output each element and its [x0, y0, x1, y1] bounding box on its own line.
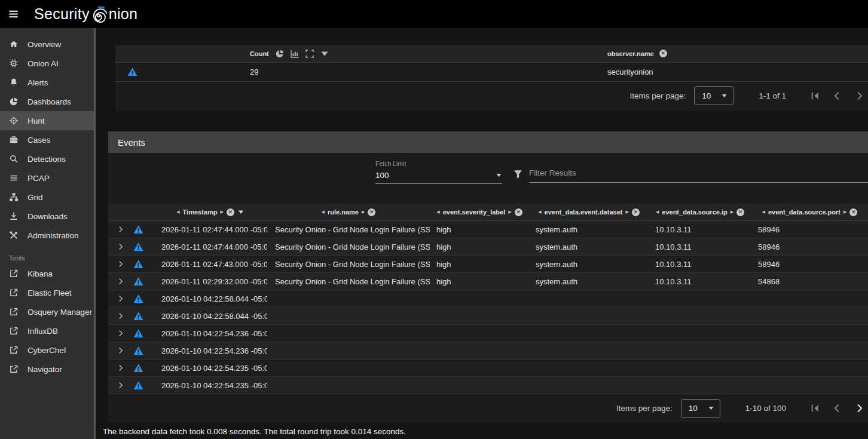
- value-timestamp[interactable]: 2026-01-10 04:22:54.235 -05:00: [161, 364, 267, 373]
- pie-chart-icon[interactable]: [275, 49, 285, 59]
- sidebar-tool-kibana[interactable]: Kibana: [0, 264, 96, 283]
- previous-page-icon[interactable]: [832, 403, 842, 413]
- sidebar-item-alerts[interactable]: Alerts: [0, 73, 96, 92]
- value-timestamp[interactable]: 2026-01-10 04:22:54.235 -05:00: [161, 381, 267, 390]
- observer-name-value[interactable]: securityonion: [607, 67, 653, 76]
- chevron-right-icon[interactable]: [117, 312, 125, 320]
- value-dataset[interactable]: system.auth: [536, 225, 577, 234]
- move-column-left-icon[interactable]: ◀: [322, 210, 325, 214]
- move-column-right-icon[interactable]: ▶: [220, 210, 223, 214]
- remove-column-icon[interactable]: ✕: [736, 208, 744, 216]
- value-timestamp[interactable]: 2026-01-10 04:22:58.044 -05:00: [161, 294, 267, 303]
- menu-icon[interactable]: [8, 8, 19, 20]
- remove-column-icon[interactable]: ✕: [227, 208, 234, 216]
- value-source-port[interactable]: 54868: [758, 277, 780, 286]
- remove-observer-column-icon[interactable]: ✕: [659, 50, 667, 57]
- move-column-right-icon[interactable]: ▶: [731, 210, 733, 214]
- chevron-right-icon[interactable]: [117, 242, 125, 251]
- sidebar-tool-navigator[interactable]: Navigator: [0, 360, 96, 379]
- chevron-right-icon[interactable]: [117, 294, 125, 303]
- first-page-icon[interactable]: [810, 403, 820, 413]
- value-rule-name[interactable]: Security Onion - Grid Node Login Failure…: [275, 242, 430, 251]
- move-column-right-icon[interactable]: ▶: [362, 210, 365, 214]
- value-timestamp[interactable]: 2026-01-10 04:22:54.236 -05:00: [161, 346, 267, 355]
- value-severity[interactable]: high: [436, 277, 451, 286]
- value-source-ip[interactable]: 10.10.3.11: [655, 225, 691, 234]
- value-timestamp[interactable]: 2026-01-11 02:47:44.000 -05:00: [161, 242, 267, 251]
- column-label[interactable]: event_data.source.ip: [662, 208, 727, 216]
- sidebar-item-overview[interactable]: Overview: [0, 35, 96, 54]
- move-column-left-icon[interactable]: ◀: [656, 210, 659, 214]
- sidebar-item-detections[interactable]: Detections: [0, 149, 96, 168]
- value-source-port[interactable]: 58946: [758, 225, 780, 234]
- sidebar-item-cases[interactable]: Cases: [0, 130, 96, 149]
- value-timestamp[interactable]: 2026-01-10 04:22:54.236 -05:00: [161, 329, 267, 338]
- column-label[interactable]: Timestamp: [183, 208, 218, 216]
- remove-column-icon[interactable]: ✕: [632, 208, 640, 216]
- sidebar-tool-cyberchef[interactable]: CyberChef: [0, 340, 96, 360]
- value-rule-name[interactable]: Security Onion - Grid Node Login Failure…: [275, 225, 430, 234]
- sort-desc-icon[interactable]: [237, 208, 244, 216]
- value-timestamp[interactable]: 2026-01-11 02:47:43.000 -05:00: [161, 260, 267, 269]
- app-logo[interactable]: Security nion: [34, 4, 137, 24]
- sidebar-item-grid[interactable]: Grid: [0, 188, 96, 207]
- value-source-ip[interactable]: 10.10.3.11: [655, 242, 691, 251]
- sidebar-item-pcap[interactable]: PCAP: [0, 168, 96, 188]
- value-timestamp[interactable]: 2026-01-11 02:47:44.000 -05:00: [161, 225, 267, 234]
- chevron-right-icon[interactable]: [117, 346, 125, 355]
- value-timestamp[interactable]: 2026-01-10 04:22:58.044 -05:00: [161, 312, 267, 321]
- move-column-right-icon[interactable]: ▶: [508, 210, 511, 214]
- fetch-limit-select[interactable]: Fetch Limit 100: [375, 160, 502, 184]
- sidebar-item-administration[interactable]: Administration: [0, 226, 96, 245]
- sidebar-item-dashboards[interactable]: Dashboards: [0, 92, 96, 111]
- column-label[interactable]: event_data.event.dataset: [545, 208, 623, 216]
- first-page-icon[interactable]: [810, 91, 820, 101]
- chevron-right-icon[interactable]: [117, 329, 125, 337]
- remove-column-icon[interactable]: ✕: [515, 208, 522, 216]
- value-severity[interactable]: high: [436, 260, 451, 269]
- chevron-right-icon[interactable]: [117, 277, 125, 285]
- value-dataset[interactable]: system.auth: [536, 242, 577, 251]
- column-label[interactable]: event_data.source.port: [768, 208, 841, 216]
- value-source-ip[interactable]: 10.10.3.11: [655, 260, 691, 269]
- move-column-left-icon[interactable]: ◀: [762, 210, 765, 214]
- value-rule-name[interactable]: Security Onion - Grid Node Login Failure…: [275, 277, 430, 286]
- page-size-select[interactable]: 10: [681, 399, 720, 418]
- remove-column-icon[interactable]: ✕: [849, 208, 857, 216]
- chevron-right-icon[interactable]: [117, 381, 125, 389]
- value-timestamp[interactable]: 2026-01-11 02:29:32.000 -05:00: [161, 277, 267, 286]
- move-column-left-icon[interactable]: ◀: [436, 210, 439, 214]
- next-page-icon[interactable]: [854, 403, 864, 413]
- value-source-ip[interactable]: 10.10.3.11: [655, 277, 691, 286]
- move-column-right-icon[interactable]: ▶: [843, 210, 846, 214]
- move-column-left-icon[interactable]: ◀: [176, 210, 179, 214]
- chevron-right-icon[interactable]: [117, 260, 125, 268]
- filter-results-input[interactable]: [529, 166, 868, 183]
- value-source-port[interactable]: 58946: [758, 242, 780, 251]
- maximize-icon[interactable]: [305, 49, 314, 59]
- move-column-right-icon[interactable]: ▶: [625, 210, 628, 214]
- sidebar-tool-osquery-manager[interactable]: Osquery Manager: [0, 302, 96, 321]
- value-rule-name[interactable]: Security Onion - Grid Node Login Failure…: [275, 260, 430, 269]
- chevron-right-icon[interactable]: [117, 225, 125, 234]
- column-label[interactable]: event.severity_label: [443, 208, 506, 216]
- sidebar-tool-elastic-fleet[interactable]: Elastic Fleet: [0, 283, 96, 302]
- column-label[interactable]: rule.name: [328, 208, 359, 216]
- sidebar-item-downloads[interactable]: Downloads: [0, 207, 96, 226]
- move-column-left-icon[interactable]: ◀: [538, 210, 541, 214]
- value-source-port[interactable]: 58946: [758, 260, 780, 269]
- bar-chart-icon[interactable]: [290, 49, 299, 59]
- value-dataset[interactable]: system.auth: [536, 260, 577, 269]
- sidebar-item-onion-ai[interactable]: Onion AI: [0, 54, 96, 73]
- caret-down-icon[interactable]: [320, 49, 329, 59]
- value-severity[interactable]: high: [436, 242, 451, 251]
- next-page-icon[interactable]: [854, 91, 864, 101]
- value-severity[interactable]: high: [436, 225, 451, 234]
- sidebar-tool-influxdb[interactable]: InfluxDB: [0, 321, 96, 340]
- previous-page-icon[interactable]: [832, 91, 842, 101]
- sidebar-item-hunt[interactable]: Hunt: [0, 111, 96, 130]
- page-size-select[interactable]: 10: [694, 86, 733, 105]
- remove-column-icon[interactable]: ✕: [368, 208, 375, 216]
- chevron-right-icon[interactable]: [117, 364, 125, 372]
- count-value[interactable]: 29: [250, 67, 258, 76]
